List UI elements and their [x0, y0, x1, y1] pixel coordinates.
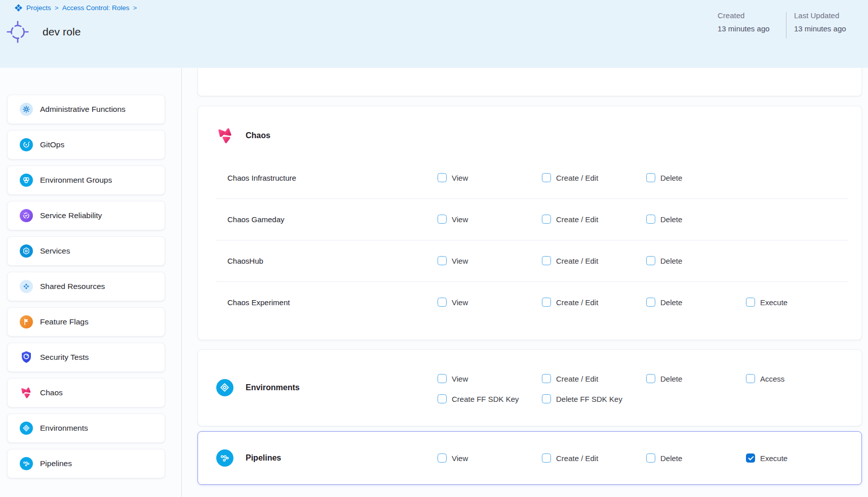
view-checkbox[interactable] [438, 298, 447, 307]
breadcrumb-separator: > [55, 4, 59, 12]
pipelines-icon [20, 457, 33, 470]
permission-delete-ff-sdk-key-cell[interactable]: Delete FF SDK Key [542, 392, 622, 406]
previous-section-card-partial [198, 68, 862, 96]
permission-view-cell[interactable]: View [438, 451, 468, 465]
permission-view-cell[interactable]: View [438, 295, 468, 309]
permission-create-edit-cell[interactable]: Create / Edit [542, 295, 598, 309]
resource-group-sidebar: Administrative FunctionsGitOpsEnvironmen… [7, 95, 165, 484]
permission-label: Execute [760, 298, 787, 307]
execute-checkbox[interactable] [746, 453, 755, 463]
sidebar-item-label: Environment Groups [40, 176, 112, 185]
section-title: Chaos [246, 131, 270, 140]
permission-create-edit-cell[interactable]: Create / Edit [542, 451, 598, 465]
sidebar-item-feature-flags[interactable]: Feature Flags [7, 307, 165, 337]
sidebar-item-label: Service Reliability [40, 211, 102, 220]
created-block: Created 13 minutes ago [718, 11, 786, 33]
delete-checkbox[interactable] [646, 374, 655, 383]
permission-line: ViewCreate / EditDeleteExecute [198, 451, 861, 465]
created-value: 13 minutes ago [718, 24, 786, 33]
sidebar-item-label: GitOps [40, 140, 64, 149]
breadcrumb-link-access-control-roles[interactable]: Access Control: Roles [62, 4, 130, 12]
view-checkbox[interactable] [438, 374, 447, 383]
create-edit-checkbox[interactable] [542, 256, 551, 265]
sidebar-item-security-tests[interactable]: Security Tests [7, 343, 165, 372]
permissions-panel: ChaosChaos InfrastructureViewCreate / Ed… [198, 68, 868, 497]
delete-checkbox[interactable] [646, 298, 655, 307]
permission-label: Delete [660, 257, 682, 265]
meta-block: Created 13 minutes ago Last Updated 13 m… [718, 11, 846, 38]
permission-create-edit-cell[interactable]: Create / Edit [542, 212, 598, 226]
permission-label: Create / Edit [556, 454, 598, 463]
permission-create-edit-cell[interactable]: Create / Edit [542, 371, 598, 386]
delete-checkbox[interactable] [646, 453, 655, 463]
create-edit-checkbox[interactable] [542, 173, 551, 182]
permission-delete-cell[interactable]: Delete [646, 451, 682, 465]
last-updated-label: Last Updated [794, 11, 846, 20]
breadcrumb-link-projects[interactable]: Projects [26, 4, 51, 12]
sidebar-item-pipelines[interactable]: Pipelines [7, 449, 165, 478]
delete-checkbox[interactable] [646, 256, 655, 265]
projects-icon [14, 4, 23, 12]
resource-row-label: Chaos Experiment [227, 298, 290, 307]
view-checkbox[interactable] [438, 215, 447, 224]
sidebar-item-administrative-functions[interactable]: Administrative Functions [7, 95, 165, 124]
delete-checkbox[interactable] [646, 215, 655, 224]
permission-label: View [452, 257, 468, 265]
security-tests-icon [20, 351, 33, 364]
section-card-environments: EnvironmentsViewCreate / EditDeleteAcces… [198, 349, 862, 426]
sidebar-item-service-reliability[interactable]: Service Reliability [7, 201, 165, 230]
create-edit-checkbox[interactable] [542, 453, 551, 463]
last-updated-value: 13 minutes ago [794, 24, 846, 33]
permission-view-cell[interactable]: View [438, 254, 468, 268]
feature-flags-icon [20, 315, 33, 328]
chaos-icon [20, 386, 33, 399]
permission-label: Create / Edit [556, 215, 598, 224]
delete-checkbox[interactable] [646, 173, 655, 182]
sidebar-item-label: Environments [40, 424, 88, 433]
permission-create-edit-cell[interactable]: Create / Edit [542, 171, 598, 185]
permission-label: View [452, 454, 468, 463]
permission-delete-cell[interactable]: Delete [646, 212, 682, 226]
permission-label: Create FF SDK Key [452, 395, 519, 403]
create-edit-checkbox[interactable] [542, 215, 551, 224]
sidebar-item-chaos[interactable]: Chaos [7, 378, 165, 407]
execute-checkbox[interactable] [746, 298, 755, 307]
services-icon [20, 244, 33, 258]
section-header: Chaos [216, 127, 270, 145]
permission-execute-cell[interactable]: Execute [746, 451, 787, 465]
shared-resources-icon [20, 280, 33, 293]
permission-view-cell[interactable]: View [438, 212, 468, 226]
delete-ff-sdk-key-checkbox[interactable] [542, 394, 551, 403]
create-edit-checkbox[interactable] [542, 298, 551, 307]
permission-delete-cell[interactable]: Delete [646, 371, 682, 386]
environment-groups-icon [20, 174, 33, 187]
sidebar-item-gitops[interactable]: GitOps [7, 130, 165, 159]
permission-delete-cell[interactable]: Delete [646, 254, 682, 268]
permission-delete-cell[interactable]: Delete [646, 295, 682, 309]
permission-create-edit-cell[interactable]: Create / Edit [542, 254, 598, 268]
permission-execute-cell[interactable]: Execute [746, 295, 787, 309]
environments-icon [20, 422, 33, 435]
create-edit-checkbox[interactable] [542, 374, 551, 383]
permission-create-ff-sdk-key-cell[interactable]: Create FF SDK Key [438, 392, 519, 406]
sidebar-item-shared-resources[interactable]: Shared Resources [7, 272, 165, 301]
resource-row-chaos-experiment: Chaos ExperimentViewCreate / EditDeleteE… [198, 281, 861, 323]
view-checkbox[interactable] [438, 173, 447, 182]
access-checkbox[interactable] [746, 374, 755, 383]
sidebar-item-label: Pipelines [40, 459, 72, 468]
sidebar-item-environments[interactable]: Environments [7, 413, 165, 443]
create-ff-sdk-key-checkbox[interactable] [438, 394, 447, 403]
permission-delete-cell[interactable]: Delete [646, 171, 682, 185]
permission-label: Create / Edit [556, 298, 598, 307]
permission-view-cell[interactable]: View [438, 371, 468, 386]
sidebar-item-services[interactable]: Services [7, 236, 165, 266]
view-checkbox[interactable] [438, 453, 447, 463]
permission-line: ViewCreate / EditDeleteAccess [198, 371, 861, 386]
breadcrumb-separator: > [133, 4, 137, 12]
view-checkbox[interactable] [438, 256, 447, 265]
permission-label: View [452, 174, 468, 182]
role-details-page: Projects > Access Control: Roles > dev r… [0, 0, 868, 497]
sidebar-item-environment-groups[interactable]: Environment Groups [7, 165, 165, 195]
permission-access-cell[interactable]: Access [746, 371, 784, 386]
permission-view-cell[interactable]: View [438, 171, 468, 185]
